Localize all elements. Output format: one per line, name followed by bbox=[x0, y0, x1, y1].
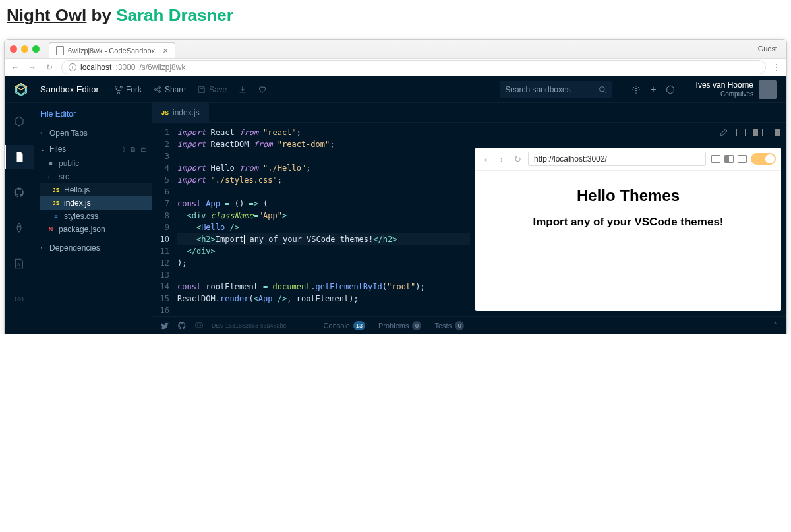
maximize-window-icon[interactable] bbox=[32, 45, 40, 53]
save-label: Save bbox=[209, 85, 227, 94]
codesandbox-logo-icon[interactable] bbox=[14, 82, 28, 97]
reload-icon[interactable]: ↻ bbox=[44, 63, 55, 72]
gear-icon[interactable] bbox=[631, 85, 641, 94]
by-label: by bbox=[92, 5, 111, 25]
avatar bbox=[759, 80, 777, 99]
file-hello[interactable]: JSHello.js bbox=[40, 183, 152, 196]
problems-badge: 0 bbox=[412, 321, 421, 330]
download-icon bbox=[239, 86, 247, 94]
mac-window-controls bbox=[10, 45, 40, 53]
preview-subheading: Import any of your VSCode themes! bbox=[533, 216, 723, 229]
url-bar[interactable]: i localhost:3000/s/6wllzpj8wk bbox=[61, 60, 766, 74]
editor-tab-index[interactable]: JS index.js bbox=[152, 103, 209, 122]
tests-badge: 0 bbox=[455, 321, 464, 330]
code-editor[interactable]: 1 2 3 4 5 6 7 8 9 10 11 bbox=[152, 123, 470, 316]
app-topbar: Sandbox Editor Fork Share Save bbox=[5, 76, 786, 103]
svg-point-3 bbox=[600, 86, 605, 92]
guest-label[interactable]: Guest bbox=[758, 45, 781, 53]
browser-menu-icon[interactable]: ⋮ bbox=[773, 63, 781, 72]
rail-live-icon[interactable] bbox=[5, 287, 34, 311]
new-folder-icon[interactable]: 🗀 bbox=[140, 146, 147, 153]
status-bar: DEV-1531662863-c3a48abe Console13 Proble… bbox=[152, 316, 786, 334]
section-dependencies[interactable]: ›Dependencies bbox=[34, 240, 152, 256]
browser-tab[interactable]: 6wllzpj8wk - CodeSandbox × bbox=[49, 42, 175, 58]
back-icon[interactable]: ← bbox=[10, 63, 20, 72]
rail-deploy-icon[interactable] bbox=[5, 216, 34, 240]
svg-point-0 bbox=[154, 88, 156, 90]
layout-icon-2[interactable] bbox=[753, 129, 763, 136]
document-icon bbox=[56, 46, 64, 55]
discord-icon[interactable] bbox=[194, 321, 204, 330]
rail-config-icon[interactable] bbox=[5, 252, 34, 276]
close-tab-icon[interactable]: × bbox=[163, 45, 168, 56]
svg-point-4 bbox=[635, 88, 638, 91]
section-files[interactable]: ⌄Files bbox=[34, 141, 73, 157]
save-button[interactable]: Save bbox=[198, 85, 227, 94]
svg-rect-7 bbox=[196, 322, 203, 327]
theme-name: Night Owl bbox=[7, 5, 86, 25]
author-name[interactable]: Sarah Drasner bbox=[116, 5, 233, 25]
forward-icon[interactable]: → bbox=[27, 63, 38, 72]
search-icon bbox=[599, 86, 606, 94]
pencil-icon[interactable] bbox=[719, 128, 728, 137]
cube-icon[interactable] bbox=[666, 85, 675, 94]
user-menu[interactable]: Ives van Hoorne Compulves bbox=[696, 80, 777, 99]
page-title: Night Owl by Sarah Drasner bbox=[7, 5, 784, 26]
console-tab[interactable]: Console13 bbox=[324, 321, 365, 330]
share-button[interactable]: Share bbox=[154, 85, 186, 94]
layout-icon-3[interactable] bbox=[771, 129, 780, 136]
file-index[interactable]: JSindex.js bbox=[40, 196, 152, 210]
preview-split-icon[interactable] bbox=[724, 155, 734, 163]
activity-rail bbox=[5, 103, 34, 334]
url-host: localhost bbox=[80, 63, 111, 72]
fork-label: Fork bbox=[126, 85, 142, 94]
file-package[interactable]: Npackage.json bbox=[40, 223, 152, 236]
rail-files-icon[interactable] bbox=[5, 145, 34, 169]
collapse-icon[interactable]: ⌃ bbox=[773, 321, 778, 330]
site-info-icon[interactable]: i bbox=[69, 63, 76, 71]
minimize-window-icon[interactable] bbox=[21, 45, 28, 53]
new-file-icon[interactable]: 🗎 bbox=[130, 146, 136, 153]
svg-point-6 bbox=[18, 298, 21, 301]
preview-url-input[interactable]: http://localhost:3002/ bbox=[528, 152, 706, 166]
preview-toggle[interactable] bbox=[751, 153, 776, 165]
code-body[interactable]: import React from "react"; import ReactD… bbox=[177, 127, 470, 316]
preview-pane: ‹ › ↻ http://localhost:3002/ bbox=[470, 123, 786, 316]
preview-reload-icon[interactable]: ↻ bbox=[512, 154, 523, 164]
line-gutter: 1 2 3 4 5 6 7 8 9 10 11 bbox=[152, 127, 177, 316]
sidebar-title: File Editor bbox=[34, 107, 152, 125]
svg-point-9 bbox=[200, 324, 201, 326]
fork-button[interactable]: Fork bbox=[115, 85, 142, 94]
layout-icon-1[interactable] bbox=[736, 129, 746, 136]
folder-src[interactable]: ▢src bbox=[40, 170, 152, 183]
upload-icon[interactable]: ⇧ bbox=[121, 146, 126, 153]
url-path: /s/6wllzpj8wk bbox=[139, 63, 185, 72]
folder-public[interactable]: ■public bbox=[40, 157, 152, 170]
dev-version: DEV-1531662863-c3a48abe bbox=[212, 322, 287, 329]
js-icon: JS bbox=[161, 109, 169, 116]
file-styles[interactable]: ≡styles.css bbox=[40, 210, 152, 223]
plus-icon[interactable]: + bbox=[650, 84, 656, 96]
like-button[interactable] bbox=[258, 86, 266, 94]
tests-tab[interactable]: Tests0 bbox=[434, 321, 464, 330]
problems-tab[interactable]: Problems0 bbox=[378, 321, 421, 330]
rail-explore-icon[interactable] bbox=[5, 109, 34, 133]
share-icon bbox=[154, 86, 161, 94]
heart-icon bbox=[258, 86, 266, 94]
preview-external-icon[interactable] bbox=[738, 155, 747, 163]
github-icon[interactable] bbox=[177, 321, 187, 330]
search-input[interactable]: Search sandboxes bbox=[500, 81, 612, 98]
user-subtitle: Compulves bbox=[696, 90, 753, 98]
preview-back-icon[interactable]: ‹ bbox=[481, 154, 491, 164]
preview-layout-icon[interactable] bbox=[711, 155, 720, 163]
preview-heading: Hello Themes bbox=[577, 187, 680, 205]
svg-point-8 bbox=[197, 324, 198, 326]
close-window-icon[interactable] bbox=[10, 45, 17, 53]
app-brand: Sandbox Editor bbox=[40, 84, 99, 94]
preview-forward-icon[interactable]: › bbox=[496, 154, 507, 164]
download-button[interactable] bbox=[239, 86, 247, 94]
fork-icon bbox=[115, 86, 123, 94]
section-open-tabs[interactable]: ›Open Tabs bbox=[34, 125, 152, 141]
twitter-icon[interactable] bbox=[160, 321, 169, 330]
rail-github-icon[interactable] bbox=[5, 181, 34, 204]
